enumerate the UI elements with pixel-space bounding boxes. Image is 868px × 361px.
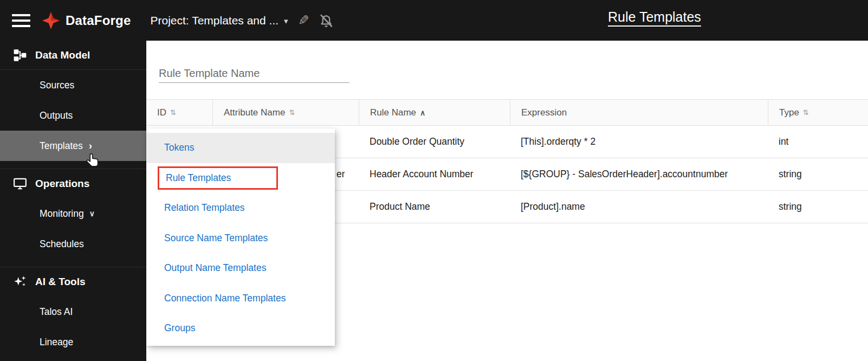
menu-item-source-name-templates[interactable]: Source Name Templates [146, 223, 335, 254]
column-header-id[interactable]: ID ⇅ [146, 100, 212, 125]
cell-expression: [${GROUP} - SalesOrderHeader].accountnum… [510, 158, 768, 190]
topbar: DataForge Project: Templates and ... ▾ ✎… [0, 0, 868, 41]
sidebar-item-label: Talos AI [40, 306, 73, 318]
chevron-right-icon: › [89, 140, 92, 152]
sidebar-item-label: AI & Tools [35, 276, 86, 288]
menu-item-output-name-templates[interactable]: Output Name Templates [146, 253, 335, 283]
sidebar-item-templates[interactable]: Templates › [0, 131, 146, 161]
sidebar-section-operations: Operations Monitoring ∨ Schedules [0, 169, 146, 259]
sidebar-item-ai-tools[interactable]: AI & Tools [0, 267, 146, 296]
cell-rule-name: Double Order Quantity [359, 126, 510, 158]
menu-item-groups[interactable]: Groups [146, 313, 335, 344]
rule-template-name-input[interactable] [159, 65, 349, 83]
sidebar-section-ai-tools: AI & Tools Talos AI Lineage [0, 267, 146, 357]
sidebar-item-monitoring[interactable]: Monitoring ∨ [0, 198, 146, 229]
sidebar-item-label: Monitoring [40, 208, 84, 220]
notifications-off-icon[interactable] [318, 12, 334, 29]
sidebar-item-sources[interactable]: Sources [0, 70, 146, 100]
sort-icon: ⇅ [803, 108, 809, 117]
project-selector[interactable]: Project: Templates and ... ▾ [151, 14, 288, 27]
sidebar-item-lineage[interactable]: Lineage [0, 327, 146, 357]
templates-flyout-menu: Tokens Rule Templates Relation Templates… [146, 128, 335, 346]
menu-item-rule-templates[interactable]: Rule Templates [146, 163, 335, 194]
cell-type: int [768, 126, 868, 158]
dataforge-logo-icon [41, 11, 61, 30]
sidebar-item-label: Templates [40, 140, 83, 152]
cell-rule-name: Header Account Number [359, 158, 510, 190]
sidebar-item-schedules[interactable]: Schedules [0, 229, 146, 259]
sidebar-item-data-model[interactable]: Data Model [0, 41, 146, 70]
sidebar-section-data-model: Data Model Sources Outputs Templates › [0, 41, 146, 161]
sort-asc-icon: ∧ [420, 108, 425, 117]
sidebar-item-label: Operations [35, 178, 89, 190]
chevron-down-icon: ▾ [284, 16, 288, 26]
column-header-expression[interactable]: Expression [510, 100, 768, 125]
sidebar-item-label: Data Model [35, 49, 90, 61]
sidebar-item-label: Outputs [40, 110, 73, 121]
cell-type: string [768, 158, 868, 190]
menu-item-relation-templates[interactable]: Relation Templates [146, 193, 335, 223]
sidebar-item-label: Lineage [40, 337, 73, 348]
sidebar-item-operations[interactable]: Operations [0, 169, 146, 198]
menu-icon[interactable] [12, 14, 30, 27]
data-model-icon [13, 48, 27, 62]
cell-type: string [768, 191, 868, 223]
column-header-attribute-name[interactable]: Attribute Name ⇅ [212, 100, 359, 125]
menu-item-connection-name-templates[interactable]: Connection Name Templates [146, 283, 335, 314]
brand: DataForge [41, 11, 131, 30]
monitor-icon [13, 177, 27, 191]
sort-icon: ⇅ [170, 108, 176, 117]
page-title: Rule Templates [608, 9, 701, 25]
cell-expression: [This].orderqty * 2 [510, 126, 768, 158]
sparkles-icon [13, 275, 27, 289]
project-label: Project: Templates and ... [151, 14, 279, 27]
cell-rule-name: Product Name [359, 191, 510, 223]
sidebar-item-label: Schedules [40, 238, 84, 250]
table-header-row: ID ⇅ Attribute Name ⇅ Rule Name ∧ Expres… [146, 99, 868, 126]
annotation-highlight-box: Rule Templates [158, 166, 278, 190]
brand-name: DataForge [66, 13, 131, 28]
column-header-rule-name[interactable]: Rule Name ∧ [359, 100, 510, 125]
cell-expression: [Product].name [510, 191, 768, 223]
chevron-down-icon: ∨ [89, 209, 95, 218]
menu-item-tokens[interactable]: Tokens [146, 133, 335, 163]
sidebar-item-label: Sources [40, 80, 74, 91]
sidebar-item-outputs[interactable]: Outputs [0, 100, 146, 131]
sidebar: Data Model Sources Outputs Templates › O… [0, 41, 146, 361]
edit-project-icon[interactable]: ✎ [298, 12, 309, 28]
sidebar-item-talos-ai[interactable]: Talos AI [0, 296, 146, 327]
column-header-type[interactable]: Type ⇅ [768, 100, 868, 125]
sort-icon: ⇅ [289, 108, 295, 117]
